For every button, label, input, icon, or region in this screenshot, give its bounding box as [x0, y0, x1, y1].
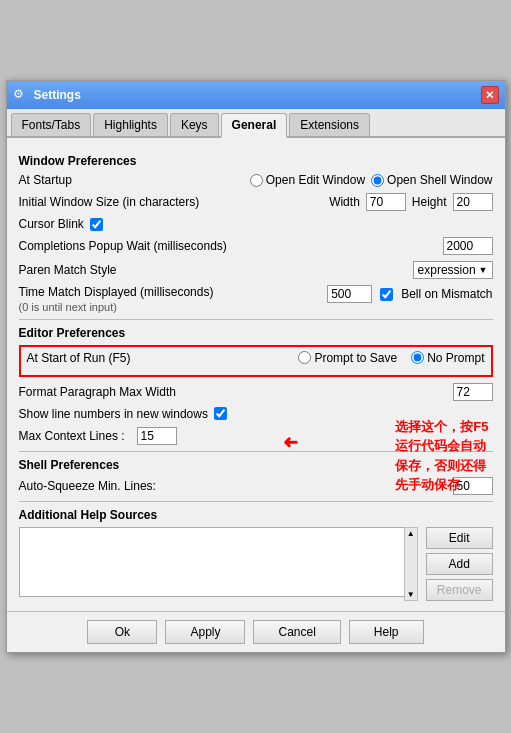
height-input[interactable]: [453, 193, 493, 211]
additional-help-title: Additional Help Sources: [19, 508, 493, 522]
title-bar-left: ⚙ Settings: [13, 87, 81, 103]
prompt-save-option[interactable]: Prompt to Save: [298, 351, 397, 365]
open-shell-option[interactable]: Open Shell Window: [371, 173, 492, 187]
add-button[interactable]: Add: [426, 553, 493, 575]
remove-button[interactable]: Remove: [426, 579, 493, 601]
bell-mismatch-label: Bell on Mismatch: [401, 287, 492, 301]
format-para-row: Format Paragraph Max Width: [19, 383, 493, 401]
format-para-input[interactable]: [453, 383, 493, 401]
cursor-blink-checkbox[interactable]: [90, 218, 103, 231]
separator-3: [19, 501, 493, 502]
max-context-input[interactable]: [137, 427, 177, 445]
width-label: Width: [329, 195, 360, 209]
cursor-blink-row: Cursor Blink: [19, 217, 493, 231]
no-prompt-label: No Prompt: [427, 351, 484, 365]
initial-size-label: Initial Window Size (in characters): [19, 195, 200, 209]
completions-row: Completions Popup Wait (milliseconds): [19, 237, 493, 255]
paren-match-dropdown[interactable]: expression ▼: [413, 261, 493, 279]
annotation-text: 选择这个，按F5 运行代码会自动 保存，否则还得 先手动保存: [395, 417, 488, 495]
open-edit-option[interactable]: Open Edit Window: [250, 173, 365, 187]
bell-mismatch-checkbox[interactable]: [380, 288, 393, 301]
help-textarea-area: ▲ ▼: [19, 527, 418, 601]
red-arrow-icon: ➜: [283, 432, 298, 454]
help-button[interactable]: Help: [349, 620, 424, 644]
paren-match-value: expression: [418, 263, 476, 277]
tab-fonts-tabs[interactable]: Fonts/Tabs: [11, 113, 92, 136]
separator-1: [19, 319, 493, 320]
open-edit-radio[interactable]: [250, 174, 263, 187]
auto-squeeze-label: Auto-Squeeze Min. Lines:: [19, 479, 156, 493]
startup-label: At Startup: [19, 173, 72, 187]
time-match-sublabel: (0 is until next input): [19, 301, 322, 313]
prompt-save-radio[interactable]: [298, 351, 311, 364]
content-area: Window Preferences At Startup Open Edit …: [7, 138, 505, 611]
window-title: Settings: [34, 88, 81, 102]
apply-button[interactable]: Apply: [165, 620, 245, 644]
format-para-label: Format Paragraph Max Width: [19, 385, 176, 399]
time-match-row: Time Match Displayed (milliseconds) (0 i…: [19, 285, 493, 313]
scrollbar[interactable]: ▲ ▼: [404, 527, 418, 601]
completions-label: Completions Popup Wait (milliseconds): [19, 239, 227, 253]
at-start-label: At Start of Run (F5): [27, 351, 131, 365]
at-start-box: At Start of Run (F5) Prompt to Save No P…: [19, 345, 493, 377]
show-line-checkbox[interactable]: [214, 407, 227, 420]
app-icon: ⚙: [13, 87, 29, 103]
startup-row: At Startup Open Edit Window Open Shell W…: [19, 173, 493, 187]
scrollbar-up-icon[interactable]: ▲: [407, 529, 415, 538]
tab-keys[interactable]: Keys: [170, 113, 219, 136]
help-buttons: Edit Add Remove: [426, 527, 493, 601]
open-edit-label: Open Edit Window: [266, 173, 365, 187]
time-match-input[interactable]: [327, 285, 372, 303]
no-prompt-radio[interactable]: [411, 351, 424, 364]
help-area: ▲ ▼ Edit Add Remove: [19, 527, 493, 601]
at-start-row: At Start of Run (F5) Prompt to Save No P…: [27, 351, 485, 365]
tab-general[interactable]: General: [221, 113, 288, 138]
ok-button[interactable]: Ok: [87, 620, 157, 644]
scrollbar-down-icon[interactable]: ▼: [407, 590, 415, 599]
show-line-label: Show line numbers in new windows: [19, 407, 208, 421]
settings-window: ⚙ Settings ✕ Fonts/Tabs Highlights Keys …: [6, 80, 506, 653]
window-prefs-title: Window Preferences: [19, 154, 493, 168]
cursor-blink-label: Cursor Blink: [19, 217, 84, 231]
time-match-label: Time Match Displayed (milliseconds): [19, 285, 322, 301]
window-size-row: Initial Window Size (in characters) Widt…: [19, 193, 493, 211]
max-context-container: Max Context Lines : 选择这个，按F5 运行代码会自动 保存，…: [19, 427, 493, 445]
open-shell-radio[interactable]: [371, 174, 384, 187]
tab-highlights[interactable]: Highlights: [93, 113, 168, 136]
close-button[interactable]: ✕: [481, 86, 499, 104]
cancel-button[interactable]: Cancel: [253, 620, 340, 644]
max-context-label: Max Context Lines :: [19, 429, 125, 443]
no-prompt-option[interactable]: No Prompt: [411, 351, 484, 365]
tab-bar: Fonts/Tabs Highlights Keys General Exten…: [7, 109, 505, 138]
paren-match-row: Paren Match Style expression ▼: [19, 261, 493, 279]
completions-input[interactable]: [443, 237, 493, 255]
height-label: Height: [412, 195, 447, 209]
editor-prefs-title: Editor Preferences: [19, 326, 493, 340]
paren-match-label: Paren Match Style: [19, 263, 117, 277]
tab-extensions[interactable]: Extensions: [289, 113, 370, 136]
help-textarea[interactable]: [19, 527, 418, 597]
open-shell-label: Open Shell Window: [387, 173, 492, 187]
width-input[interactable]: [366, 193, 406, 211]
edit-button[interactable]: Edit: [426, 527, 493, 549]
prompt-save-label: Prompt to Save: [314, 351, 397, 365]
title-bar: ⚙ Settings ✕: [7, 81, 505, 109]
footer: Ok Apply Cancel Help: [7, 611, 505, 652]
dropdown-arrow-icon: ▼: [479, 265, 488, 275]
